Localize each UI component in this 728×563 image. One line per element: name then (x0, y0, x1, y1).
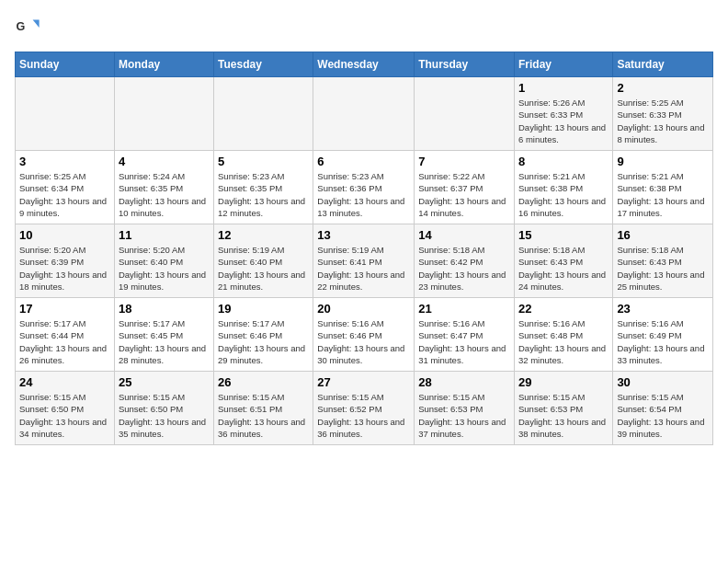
calendar-cell: 3Sunrise: 5:25 AM Sunset: 6:34 PM Daylig… (16, 151, 115, 224)
weekday-header-thursday: Thursday (415, 52, 515, 77)
day-info: Sunrise: 5:16 AM Sunset: 6:48 PM Dayligh… (518, 317, 609, 366)
day-number: 25 (119, 375, 210, 389)
weekday-header-saturday: Saturday (613, 52, 713, 77)
calendar-cell: 8Sunrise: 5:21 AM Sunset: 6:38 PM Daylig… (514, 151, 612, 224)
calendar-cell: 11Sunrise: 5:20 AM Sunset: 6:40 PM Dayli… (114, 224, 213, 298)
calendar-cell: 10Sunrise: 5:20 AM Sunset: 6:39 PM Dayli… (16, 224, 115, 298)
day-info: Sunrise: 5:19 AM Sunset: 6:40 PM Dayligh… (218, 244, 309, 293)
calendar-cell: 27Sunrise: 5:15 AM Sunset: 6:52 PM Dayli… (313, 372, 415, 445)
day-info: Sunrise: 5:19 AM Sunset: 6:41 PM Dayligh… (317, 244, 410, 293)
day-info: Sunrise: 5:18 AM Sunset: 6:43 PM Dayligh… (617, 244, 709, 293)
day-info: Sunrise: 5:15 AM Sunset: 6:50 PM Dayligh… (119, 391, 210, 440)
day-number: 29 (518, 375, 609, 389)
day-info: Sunrise: 5:15 AM Sunset: 6:53 PM Dayligh… (418, 391, 510, 440)
day-number: 28 (418, 375, 510, 389)
header: G (15, 15, 713, 40)
calendar-week-row: 1Sunrise: 5:26 AM Sunset: 6:33 PM Daylig… (16, 77, 713, 151)
calendar-cell (415, 77, 515, 151)
day-number: 9 (617, 155, 709, 168)
day-number: 19 (218, 302, 309, 316)
calendar-cell: 22Sunrise: 5:16 AM Sunset: 6:48 PM Dayli… (514, 298, 612, 372)
calendar-cell: 29Sunrise: 5:15 AM Sunset: 6:53 PM Dayli… (514, 372, 612, 445)
day-info: Sunrise: 5:22 AM Sunset: 6:37 PM Dayligh… (418, 170, 510, 219)
day-number: 16 (617, 228, 709, 242)
day-number: 4 (119, 155, 210, 168)
day-info: Sunrise: 5:25 AM Sunset: 6:34 PM Dayligh… (19, 170, 110, 219)
calendar-cell: 4Sunrise: 5:24 AM Sunset: 6:35 PM Daylig… (114, 151, 213, 224)
calendar-week-row: 10Sunrise: 5:20 AM Sunset: 6:39 PM Dayli… (16, 224, 713, 298)
day-number: 30 (617, 375, 709, 389)
day-number: 8 (518, 155, 609, 168)
day-number: 14 (418, 228, 510, 242)
weekday-header-friday: Friday (514, 52, 612, 77)
day-number: 22 (518, 302, 609, 316)
day-number: 17 (19, 302, 110, 316)
logo: G (15, 15, 44, 40)
calendar-cell: 23Sunrise: 5:16 AM Sunset: 6:49 PM Dayli… (613, 298, 713, 372)
day-info: Sunrise: 5:24 AM Sunset: 6:35 PM Dayligh… (119, 170, 210, 219)
weekday-header-row: SundayMondayTuesdayWednesdayThursdayFrid… (16, 52, 713, 77)
day-number: 1 (518, 81, 609, 95)
day-info: Sunrise: 5:16 AM Sunset: 6:47 PM Dayligh… (418, 317, 510, 366)
calendar-cell: 1Sunrise: 5:26 AM Sunset: 6:33 PM Daylig… (514, 77, 612, 151)
calendar-week-row: 17Sunrise: 5:17 AM Sunset: 6:44 PM Dayli… (16, 298, 713, 372)
calendar-cell: 15Sunrise: 5:18 AM Sunset: 6:43 PM Dayli… (514, 224, 612, 298)
calendar-cell: 6Sunrise: 5:23 AM Sunset: 6:36 PM Daylig… (313, 151, 415, 224)
day-info: Sunrise: 5:20 AM Sunset: 6:39 PM Dayligh… (19, 244, 110, 293)
svg-marker-1 (33, 20, 40, 28)
calendar-cell: 26Sunrise: 5:15 AM Sunset: 6:51 PM Dayli… (214, 372, 313, 445)
calendar-cell: 20Sunrise: 5:16 AM Sunset: 6:46 PM Dayli… (313, 298, 415, 372)
calendar-cell: 5Sunrise: 5:23 AM Sunset: 6:35 PM Daylig… (214, 151, 313, 224)
calendar-week-row: 3Sunrise: 5:25 AM Sunset: 6:34 PM Daylig… (16, 151, 713, 224)
day-number: 12 (218, 228, 309, 242)
day-info: Sunrise: 5:15 AM Sunset: 6:52 PM Dayligh… (317, 391, 410, 440)
calendar-cell: 17Sunrise: 5:17 AM Sunset: 6:44 PM Dayli… (16, 298, 115, 372)
day-info: Sunrise: 5:16 AM Sunset: 6:49 PM Dayligh… (617, 317, 709, 366)
day-number: 10 (19, 228, 110, 242)
calendar-cell: 30Sunrise: 5:15 AM Sunset: 6:54 PM Dayli… (613, 372, 713, 445)
calendar-cell: 18Sunrise: 5:17 AM Sunset: 6:45 PM Dayli… (114, 298, 213, 372)
calendar-cell: 9Sunrise: 5:21 AM Sunset: 6:38 PM Daylig… (613, 151, 713, 224)
calendar-cell: 12Sunrise: 5:19 AM Sunset: 6:40 PM Dayli… (214, 224, 313, 298)
day-number: 13 (317, 228, 410, 242)
day-number: 7 (418, 155, 510, 168)
day-info: Sunrise: 5:17 AM Sunset: 6:45 PM Dayligh… (119, 317, 210, 366)
day-number: 23 (617, 302, 709, 316)
day-info: Sunrise: 5:26 AM Sunset: 6:33 PM Dayligh… (518, 97, 609, 145)
calendar-cell (16, 77, 115, 151)
day-number: 11 (119, 228, 210, 242)
day-number: 15 (518, 228, 609, 242)
logo-icon: G (15, 15, 40, 40)
day-number: 6 (317, 155, 410, 168)
calendar-cell: 19Sunrise: 5:17 AM Sunset: 6:46 PM Dayli… (214, 298, 313, 372)
day-number: 3 (19, 155, 110, 168)
day-number: 20 (317, 302, 410, 316)
calendar-week-row: 24Sunrise: 5:15 AM Sunset: 6:50 PM Dayli… (16, 372, 713, 445)
calendar-cell (114, 77, 213, 151)
day-info: Sunrise: 5:18 AM Sunset: 6:43 PM Dayligh… (518, 244, 609, 293)
day-info: Sunrise: 5:15 AM Sunset: 6:54 PM Dayligh… (617, 391, 709, 440)
day-info: Sunrise: 5:21 AM Sunset: 6:38 PM Dayligh… (617, 170, 709, 219)
calendar-cell: 13Sunrise: 5:19 AM Sunset: 6:41 PM Dayli… (313, 224, 415, 298)
day-info: Sunrise: 5:16 AM Sunset: 6:46 PM Dayligh… (317, 317, 410, 366)
weekday-header-wednesday: Wednesday (313, 52, 415, 77)
calendar-cell: 25Sunrise: 5:15 AM Sunset: 6:50 PM Dayli… (114, 372, 213, 445)
calendar-cell (214, 77, 313, 151)
day-number: 18 (119, 302, 210, 316)
weekday-header-sunday: Sunday (16, 52, 115, 77)
calendar-cell: 7Sunrise: 5:22 AM Sunset: 6:37 PM Daylig… (415, 151, 515, 224)
day-info: Sunrise: 5:15 AM Sunset: 6:51 PM Dayligh… (218, 391, 309, 440)
calendar-cell: 28Sunrise: 5:15 AM Sunset: 6:53 PM Dayli… (415, 372, 515, 445)
day-info: Sunrise: 5:23 AM Sunset: 6:36 PM Dayligh… (317, 170, 410, 219)
calendar-cell: 16Sunrise: 5:18 AM Sunset: 6:43 PM Dayli… (613, 224, 713, 298)
day-number: 26 (218, 375, 309, 389)
calendar-cell: 24Sunrise: 5:15 AM Sunset: 6:50 PM Dayli… (16, 372, 115, 445)
day-number: 21 (418, 302, 510, 316)
weekday-header-tuesday: Tuesday (214, 52, 313, 77)
calendar-table: SundayMondayTuesdayWednesdayThursdayFrid… (15, 52, 713, 445)
svg-text:G: G (16, 20, 25, 33)
day-info: Sunrise: 5:20 AM Sunset: 6:40 PM Dayligh… (119, 244, 210, 293)
calendar-cell (313, 77, 415, 151)
day-info: Sunrise: 5:23 AM Sunset: 6:35 PM Dayligh… (218, 170, 309, 219)
weekday-header-monday: Monday (114, 52, 213, 77)
